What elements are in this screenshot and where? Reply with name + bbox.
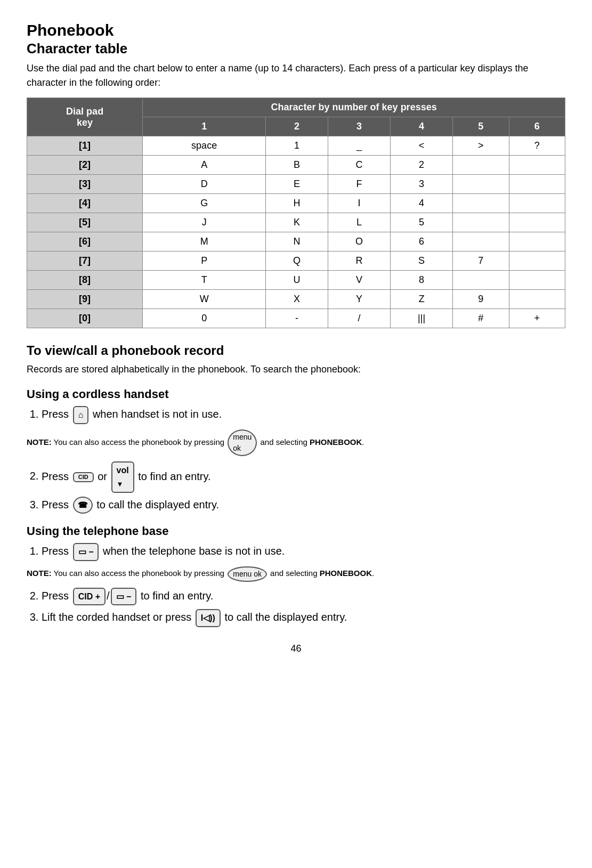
table-row-key: [7] xyxy=(27,252,143,271)
call-btn[interactable]: ☎ xyxy=(73,497,93,514)
menu-ok-btn-1[interactable]: menuok xyxy=(228,429,257,456)
telephone-note: NOTE: You can also access the phonebook … xyxy=(27,566,565,582)
th-char-header: Character by number of key presses xyxy=(143,98,565,117)
table-row-key: [0] xyxy=(27,309,143,328)
base-minus-btn[interactable]: ▭ − xyxy=(111,588,137,606)
th-press-4: 4 xyxy=(391,117,453,136)
table-row-key: [2] xyxy=(27,156,143,175)
th-press-6: 6 xyxy=(509,117,565,136)
table-row: O xyxy=(328,232,391,252)
table-row: Y xyxy=(328,290,391,309)
table-row: 2 xyxy=(391,156,453,175)
table-row: M xyxy=(143,232,266,252)
table-row: 0 xyxy=(143,309,266,328)
char-table-title: Character table xyxy=(27,40,565,57)
table-row: D xyxy=(143,175,266,194)
telephone-base-title: Using the telephone base xyxy=(27,524,565,538)
page-container: Phonebook Character table Use the dial p… xyxy=(27,21,565,654)
table-row xyxy=(453,271,509,290)
table-row: W xyxy=(143,290,266,309)
table-row: R xyxy=(328,252,391,271)
table-row: _ xyxy=(328,136,391,156)
table-row: P xyxy=(143,252,266,271)
page-title: Phonebook xyxy=(27,21,565,39)
table-row xyxy=(509,252,565,271)
cid-btn[interactable]: CID xyxy=(73,472,94,482)
table-row: > xyxy=(453,136,509,156)
table-row: H xyxy=(266,194,328,213)
table-row: N xyxy=(266,232,328,252)
cordless-title: Using a cordless handset xyxy=(27,387,565,401)
menu-ok-btn-2[interactable]: menu ok xyxy=(228,566,267,582)
telephone-steps-list: Press ▭ − when the telephone base is not… xyxy=(42,542,565,561)
cordless-steps-list: Press ⌂ when handset is not in use. xyxy=(42,405,565,424)
table-row: I xyxy=(328,194,391,213)
table-row: 4 xyxy=(391,194,453,213)
th-press-1: 1 xyxy=(143,117,266,136)
page-number: 46 xyxy=(27,643,565,654)
table-row: L xyxy=(328,213,391,232)
cid-plus-btn[interactable]: CID + xyxy=(73,588,106,606)
cordless-step-3: Press ☎ to call the displayed entry. xyxy=(42,496,565,514)
table-row: Q xyxy=(266,252,328,271)
table-row: 3 xyxy=(391,175,453,194)
table-row-key: [4] xyxy=(27,194,143,213)
table-row: Z xyxy=(391,290,453,309)
table-row xyxy=(453,194,509,213)
telephone-step-3: Lift the corded handset or press I◁)) to… xyxy=(42,609,565,627)
table-row-key: [3] xyxy=(27,175,143,194)
table-row xyxy=(453,213,509,232)
table-row: A xyxy=(143,156,266,175)
table-row: / xyxy=(328,309,391,328)
table-row xyxy=(453,156,509,175)
cordless-step-1: Press ⌂ when handset is not in use. xyxy=(42,405,565,424)
table-row: 5 xyxy=(391,213,453,232)
table-row-key: [9] xyxy=(27,290,143,309)
cordless-note: NOTE: You can also access the phonebook … xyxy=(27,429,565,456)
table-row: U xyxy=(266,271,328,290)
table-row: 6 xyxy=(391,232,453,252)
speaker-btn[interactable]: I◁)) xyxy=(196,609,221,627)
table-row: T xyxy=(143,271,266,290)
th-press-3: 3 xyxy=(328,117,391,136)
table-row: < xyxy=(391,136,453,156)
table-row xyxy=(453,175,509,194)
character-table: Dial padkey Character by number of key p… xyxy=(27,98,565,328)
table-row: ? xyxy=(509,136,565,156)
table-row xyxy=(509,156,565,175)
view-call-title: To view/call a phonebook record xyxy=(27,343,565,358)
table-row: 7 xyxy=(453,252,509,271)
telephone-step-2: Press CID +/▭ − to find an entry. xyxy=(42,587,565,606)
table-row xyxy=(509,175,565,194)
table-row: ||| xyxy=(391,309,453,328)
table-row: + xyxy=(509,309,565,328)
table-row-key: [8] xyxy=(27,271,143,290)
th-press-2: 2 xyxy=(266,117,328,136)
table-row: V xyxy=(328,271,391,290)
home-btn[interactable]: ⌂ xyxy=(73,406,89,424)
vol-btn[interactable]: vol▼ xyxy=(111,461,134,493)
telephone-step-1: Press ▭ − when the telephone base is not… xyxy=(42,542,565,561)
table-row xyxy=(509,194,565,213)
th-dialpad: Dial padkey xyxy=(27,98,143,136)
table-row xyxy=(509,213,565,232)
table-row: K xyxy=(266,213,328,232)
cordless-step-2: Press CID or vol▼ to find an entry. xyxy=(42,461,565,493)
table-row xyxy=(509,290,565,309)
table-row-key: [1] xyxy=(27,136,143,156)
view-call-section: To view/call a phonebook record Records … xyxy=(27,343,565,627)
table-row xyxy=(453,232,509,252)
base-book-btn[interactable]: ▭ − xyxy=(73,543,99,561)
table-row-key: [6] xyxy=(27,232,143,252)
table-row: 8 xyxy=(391,271,453,290)
telephone-steps-list-2: Press CID +/▭ − to find an entry. Lift t… xyxy=(42,587,565,627)
table-row: 9 xyxy=(453,290,509,309)
view-call-intro: Records are stored alphabetically in the… xyxy=(27,362,565,377)
table-row xyxy=(509,271,565,290)
table-row: E xyxy=(266,175,328,194)
th-press-5: 5 xyxy=(453,117,509,136)
table-row: X xyxy=(266,290,328,309)
table-row: # xyxy=(453,309,509,328)
table-row: 1 xyxy=(266,136,328,156)
table-row xyxy=(509,232,565,252)
